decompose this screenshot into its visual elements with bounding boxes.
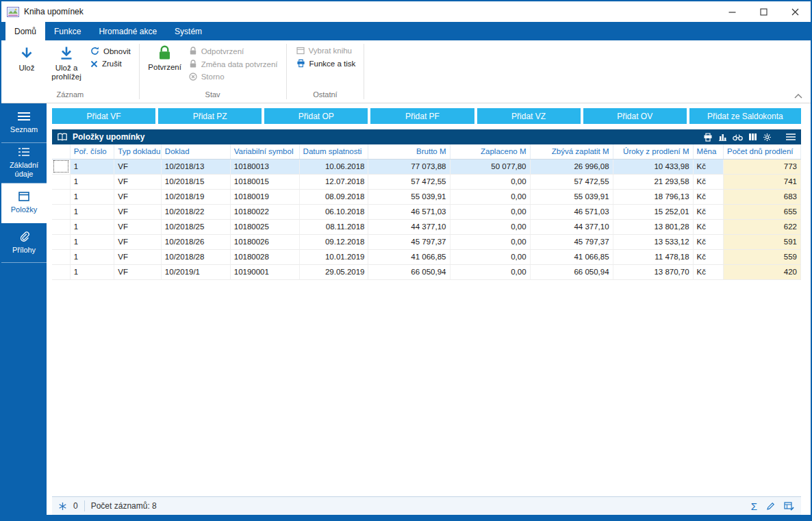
table-cell[interactable]: 10/2018/22 [161,204,230,219]
table-cell[interactable]: 0,00 [450,189,530,204]
column-header[interactable]: Úroky z prodlení M [613,144,693,159]
table-cell[interactable]: 0,00 [450,264,530,279]
table-cell[interactable]: 08.09.2018 [299,189,368,204]
table-cell[interactable]: 0,00 [450,219,530,234]
table-cell[interactable]: VF [114,234,162,249]
table-cell[interactable]: 18 796,13 [613,189,693,204]
table-cell[interactable]: VF [114,189,162,204]
add-vz-button[interactable]: Přidat VZ [477,108,581,124]
table-cell[interactable]: 1 [70,189,114,204]
table-cell[interactable]: 26 996,08 [530,159,613,174]
table-cell[interactable]: 1 [70,249,114,264]
table-cell[interactable]: 1 [70,204,114,219]
column-header[interactable]: Zaplaceno M [450,144,530,159]
table-cell[interactable]: VF [114,219,162,234]
table-cell[interactable]: 1 [70,234,114,249]
table-cell[interactable]: 559 [723,249,800,264]
table-cell[interactable]: 44 377,10 [368,219,450,234]
table-cell[interactable]: 55 039,91 [368,189,450,204]
tab-funkce[interactable]: Funkce [45,22,90,40]
table-cell[interactable]: 46 571,03 [368,204,450,219]
collapse-ribbon-chevron-icon[interactable] [794,94,802,99]
add-vf-button[interactable]: Přidat VF [52,108,155,124]
row-selector-cell[interactable] [52,234,70,249]
table-cell[interactable]: 0,00 [450,174,530,189]
table-cell[interactable]: 46 571,03 [530,204,613,219]
cancel-button[interactable]: Zrušit [88,59,125,68]
table-cell[interactable]: 50 077,80 [450,159,530,174]
settings-gear-icon[interactable] [763,133,772,142]
table-cell[interactable]: 10180015 [230,174,299,189]
minimize-button[interactable] [716,1,748,22]
table-cell[interactable]: 10190001 [230,264,299,279]
table-row[interactable]: 1VF10/2018/131018001310.06.201877 073,88… [52,159,801,174]
chart-icon[interactable] [718,133,727,141]
maximize-button[interactable] [748,1,779,22]
table-cell[interactable]: 1 [70,159,114,174]
table-cell[interactable]: VF [114,204,162,219]
edit-pencil-icon[interactable] [766,502,775,511]
table-cell[interactable]: 29.05.2019 [299,264,368,279]
table-row[interactable]: 1VF10/2018/261018002609.12.201845 797,37… [52,234,801,249]
table-cell[interactable]: 10.01.2019 [299,249,368,264]
print-icon[interactable] [703,133,713,142]
row-selector-cell[interactable] [52,249,70,264]
table-cell[interactable]: Kč [693,174,723,189]
table-cell[interactable]: 0,00 [450,204,530,219]
column-header[interactable]: Zbývá zaplatit M [530,144,613,159]
grid-menu-icon[interactable] [785,133,796,141]
table-cell[interactable]: 10180013 [230,159,299,174]
column-header[interactable]: Měna [693,144,723,159]
table-cell[interactable]: 12.07.2018 [299,174,368,189]
row-selector-cell[interactable] [52,264,70,279]
table-cell[interactable]: VF [114,159,162,174]
table-cell[interactable]: 0,00 [450,249,530,264]
table-cell[interactable]: 10/2018/25 [161,219,230,234]
table-cell[interactable]: 21 293,58 [613,174,693,189]
table-cell[interactable]: Kč [693,219,723,234]
table-cell[interactable]: 10.06.2018 [299,159,368,174]
save-button[interactable]: Ulož [7,42,47,74]
table-cell[interactable]: 10/2018/19 [161,189,230,204]
sum-icon[interactable]: Σ [751,501,757,511]
column-header[interactable]: Poř. číslo [70,144,114,159]
table-cell[interactable]: 10180028 [230,249,299,264]
table-cell[interactable]: 41 066,85 [368,249,450,264]
table-cell[interactable]: 10180022 [230,204,299,219]
table-cell[interactable]: 741 [723,174,800,189]
table-cell[interactable]: 773 [723,159,800,174]
functions-print-button[interactable]: Funkce a tisk [294,58,359,68]
table-cell[interactable]: 622 [723,219,800,234]
table-cell[interactable]: 15 252,01 [613,204,693,219]
table-cell[interactable]: VF [114,249,162,264]
column-header[interactable]: Typ dokladu [114,144,162,159]
table-cell[interactable]: 10180026 [230,234,299,249]
add-ov-button[interactable]: Přidat OV [583,108,687,124]
table-cell[interactable]: Kč [693,159,723,174]
column-header[interactable]: Brutto M [368,144,450,159]
column-header[interactable]: Počet dnů prodlení [723,144,800,159]
table-cell[interactable]: 06.10.2018 [299,204,368,219]
table-cell[interactable]: 13 801,28 [613,219,693,234]
table-cell[interactable]: 10/2018/13 [161,159,230,174]
table-row[interactable]: 1VF10/2019/11019000129.05.201966 050,940… [52,264,801,279]
table-cell[interactable]: 1 [70,174,114,189]
table-cell[interactable]: 10/2018/28 [161,249,230,264]
add-pf-button[interactable]: Přidat PF [370,108,474,124]
table-row[interactable]: 1VF10/2018/191018001908.09.201855 039,91… [52,189,801,204]
table-cell[interactable]: 08.11.2018 [299,219,368,234]
sidebar-item-polozky[interactable]: Položky [1,183,47,223]
table-cell[interactable]: 45 797,37 [530,234,613,249]
table-cell[interactable]: 09.12.2018 [299,234,368,249]
column-header[interactable]: Doklad [161,144,230,159]
column-header[interactable]: Datum splatnosti [299,144,368,159]
table-cell[interactable]: 0,00 [450,234,530,249]
table-cell[interactable]: 655 [723,204,800,219]
table-cell[interactable]: 66 050,94 [368,264,450,279]
sidebar-item-prilohy[interactable]: Přílohy [1,223,47,263]
row-selector-cell[interactable] [52,219,70,234]
table-cell[interactable]: Kč [693,204,723,219]
table-row[interactable]: 1VF10/2018/281018002810.01.201941 066,85… [52,249,801,264]
table-cell[interactable]: Kč [693,189,723,204]
table-cell[interactable]: Kč [693,234,723,249]
